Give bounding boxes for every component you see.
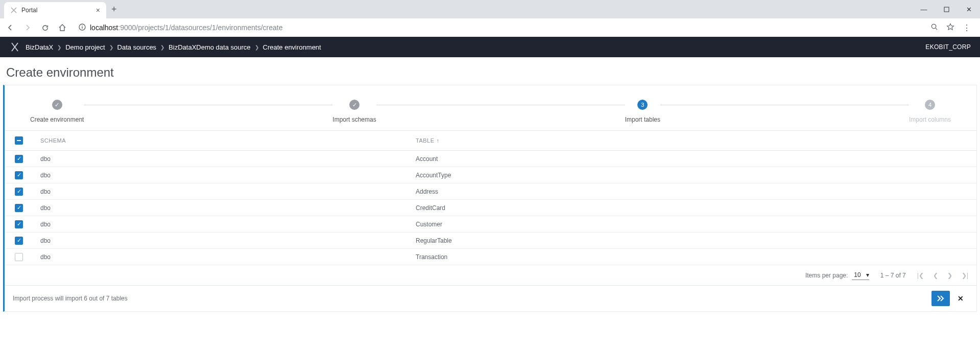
breadcrumb-item[interactable]: Create environment (263, 43, 321, 51)
sort-asc-icon: ↑ (437, 137, 440, 144)
step-label: Import schemas (332, 116, 376, 123)
address-bar: localhost:9000/projects/1/datasources/1/… (0, 18, 980, 37)
breadcrumb: BizDataX ❯ Demo project ❯ Data sources ❯… (26, 43, 321, 51)
check-icon: ✓ (52, 100, 62, 110)
svg-point-4 (931, 24, 936, 28)
zoom-icon[interactable] (930, 23, 938, 32)
minimize-icon[interactable]: — (913, 0, 935, 18)
import-summary: Import process will import 6 out of 7 ta… (13, 295, 128, 302)
chevron-right-icon: ❯ (160, 44, 164, 50)
cancel-button[interactable]: ✕ (953, 291, 968, 306)
step-number: 4 (925, 100, 935, 110)
forward-button[interactable] (21, 21, 34, 34)
column-table-label: TABLE (416, 137, 435, 144)
table-row[interactable]: dboRegularTable (5, 233, 976, 249)
step-label: Import columns (909, 116, 951, 123)
back-button[interactable] (4, 21, 16, 34)
maximize-icon[interactable] (935, 0, 958, 18)
row-checkbox[interactable] (15, 204, 23, 212)
step-2[interactable]: 3Import tables (625, 100, 660, 123)
tab-title: Portal (21, 7, 37, 14)
breadcrumb-item[interactable]: Demo project (65, 43, 105, 51)
star-icon[interactable] (946, 23, 954, 33)
info-icon (79, 24, 86, 32)
row-checkbox[interactable] (15, 237, 23, 245)
table-body: dboAccountdboAccountTypedboAddressdboCre… (5, 151, 976, 265)
step-number: 3 (637, 100, 648, 110)
table-row[interactable]: dboCustomer (5, 216, 976, 233)
url-input[interactable]: localhost:9000/projects/1/datasources/1/… (74, 20, 925, 35)
browser-chrome: Portal × + — ✕ localhost:9000/pr (0, 0, 980, 37)
items-per-page-label: Items per page: (805, 272, 848, 279)
step-connector (660, 105, 909, 105)
app-logo-icon (9, 41, 20, 53)
last-page-button[interactable]: ❯| (962, 272, 968, 279)
check-icon: ✓ (349, 100, 360, 110)
url-text: localhost:9000/projects/1/datasources/1/… (90, 24, 282, 32)
table-row[interactable]: dboTransaction (5, 249, 976, 265)
step-1[interactable]: ✓Import schemas (332, 100, 376, 123)
items-per-page-select[interactable]: 10 ▾ (852, 270, 869, 280)
chevron-right-icon: ❯ (109, 44, 113, 50)
stepper: ✓Create environment✓Import schemas3Impor… (5, 85, 976, 130)
cell-schema: dbo (40, 221, 416, 228)
cell-schema: dbo (40, 237, 416, 244)
cell-schema: dbo (40, 204, 416, 212)
select-all-checkbox[interactable] (15, 136, 23, 145)
menu-icon[interactable]: ⋮ (963, 23, 971, 33)
step-connector (376, 105, 625, 105)
step-0[interactable]: ✓Create environment (30, 100, 84, 123)
cell-table: Address (416, 188, 966, 195)
prev-page-button[interactable]: ❮ (933, 272, 938, 279)
cell-table: Customer (416, 221, 966, 228)
svg-rect-0 (944, 7, 949, 12)
next-page-button[interactable]: ❯ (947, 272, 952, 279)
user-label[interactable]: EKOBIT_CORP (925, 43, 971, 51)
new-tab-button[interactable]: + (106, 4, 122, 15)
breadcrumb-item[interactable]: Data sources (117, 43, 157, 51)
column-schema[interactable]: SCHEMA (40, 137, 416, 144)
column-table[interactable]: TABLE ↑ (416, 137, 966, 144)
cell-schema: dbo (40, 188, 416, 195)
paginator: Items per page: 10 ▾ 1 – 7 of 7 |❮ ❮ ❯ ❯… (5, 265, 976, 285)
breadcrumb-root[interactable]: BizDataX (26, 43, 53, 51)
cell-schema: dbo (40, 253, 416, 261)
table-row[interactable]: dboAccount (5, 151, 976, 167)
row-checkbox[interactable] (15, 253, 23, 261)
svg-point-2 (82, 25, 83, 26)
row-checkbox[interactable] (15, 155, 23, 163)
app-header: BizDataX ❯ Demo project ❯ Data sources ❯… (0, 37, 980, 57)
next-button[interactable] (931, 291, 950, 306)
first-page-button[interactable]: |❮ (917, 272, 924, 279)
window-controls: — ✕ (913, 0, 980, 18)
reload-button[interactable] (39, 21, 51, 34)
tab-strip: Portal × + — ✕ (0, 0, 980, 18)
favicon-x-icon (10, 7, 17, 14)
tab-close-icon[interactable]: × (96, 6, 100, 14)
row-checkbox[interactable] (15, 171, 23, 179)
table-row[interactable]: dboAccountType (5, 167, 976, 183)
row-checkbox[interactable] (15, 220, 23, 228)
close-icon[interactable]: ✕ (958, 0, 980, 18)
cell-table: CreditCard (416, 204, 966, 212)
browser-tab[interactable]: Portal × (4, 2, 106, 18)
breadcrumb-item[interactable]: BizDataXDemo data source (169, 43, 250, 51)
cell-schema: dbo (40, 172, 416, 179)
table-row[interactable]: dboCreditCard (5, 200, 976, 216)
step-label: Create environment (30, 116, 84, 123)
svg-rect-3 (82, 27, 82, 29)
cell-table: Transaction (416, 253, 966, 261)
page-title: Create environment (0, 57, 980, 85)
chevron-right-icon: ❯ (57, 44, 61, 50)
cell-table: Account (416, 155, 966, 163)
step-3[interactable]: 4Import columns (909, 100, 951, 123)
page-range: 1 – 7 of 7 (880, 272, 906, 279)
table-row[interactable]: dboAddress (5, 183, 976, 200)
chevron-right-icon: ❯ (255, 44, 259, 50)
footer-bar: Import process will import 6 out of 7 ta… (5, 285, 976, 311)
home-button[interactable] (56, 21, 68, 34)
cell-schema: dbo (40, 155, 416, 163)
cell-table: AccountType (416, 172, 966, 179)
table-header: SCHEMA TABLE ↑ (5, 130, 976, 151)
row-checkbox[interactable] (15, 188, 23, 196)
